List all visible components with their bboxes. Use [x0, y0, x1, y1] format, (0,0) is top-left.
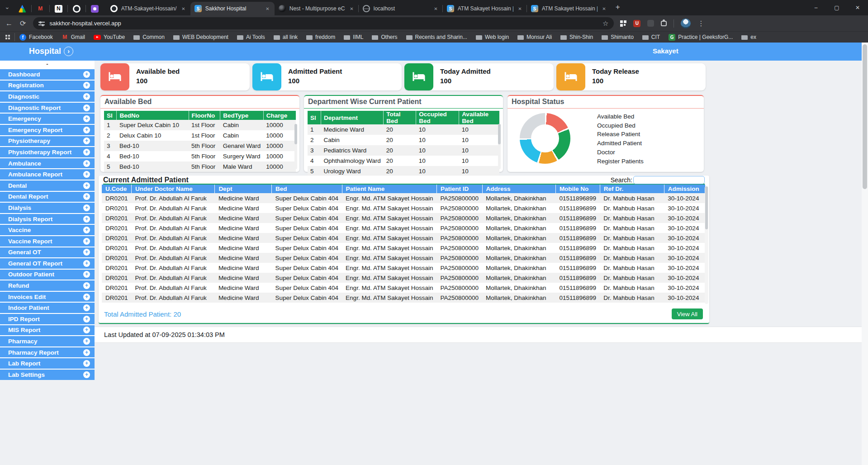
- table-row[interactable]: DR0201Prof. Dr. Abdullah Al FarukMedicin…: [102, 203, 706, 213]
- plus-circle-icon[interactable]: +: [83, 304, 90, 311]
- sidebar-item-registration[interactable]: Registration+: [0, 81, 95, 91]
- sidebar-item-ipd-report[interactable]: IPD Report+: [0, 314, 95, 324]
- plus-circle-icon[interactable]: +: [83, 371, 90, 378]
- plus-circle-icon[interactable]: +: [83, 93, 90, 100]
- plus-circle-icon[interactable]: +: [83, 294, 90, 300]
- bookmark-item[interactable]: freddom: [306, 34, 335, 40]
- sidebar-item-physiotherapy[interactable]: Physiotherapy+: [0, 136, 95, 147]
- tab-close-icon[interactable]: ✕: [517, 5, 522, 12]
- browser-tab[interactable]: ATM-Sakayet-Hossain/Hospital✕: [106, 2, 190, 15]
- sidebar-item-dental-report[interactable]: Dental Report+: [0, 192, 95, 202]
- sidebar-item-ambulance-report[interactable]: Ambulance Report+: [0, 169, 95, 180]
- browser-tab[interactable]: SSakkhor Hospital✕: [190, 2, 275, 15]
- scrollbar-thumb[interactable]: [863, 44, 867, 189]
- bookmark-item[interactable]: CIT: [642, 34, 660, 40]
- sidebar-item-ambulance[interactable]: Ambulance+: [0, 158, 95, 169]
- tab-close-icon[interactable]: ✕: [433, 5, 438, 12]
- column-header[interactable]: Department: [321, 111, 383, 124]
- column-header[interactable]: FloorNo: [189, 111, 220, 120]
- notion-icon[interactable]: N: [55, 5, 62, 13]
- sidebar-item-pharmacy-report[interactable]: Pharmacy Report+: [0, 347, 95, 358]
- sidebar-item-general-ot-report[interactable]: General OT Report+: [0, 258, 95, 269]
- sidebar-item-emergency-report[interactable]: Emergency Report+: [0, 125, 95, 135]
- column-header[interactable]: BedType: [220, 111, 264, 120]
- table-row[interactable]: 5Bed-105th FloorMale Ward10000: [104, 161, 296, 172]
- sidebar-item-dialysis-report[interactable]: Dialysis Report+: [0, 214, 95, 224]
- column-header[interactable]: Ref Dr.: [600, 185, 664, 193]
- maximize-button[interactable]: ▢: [826, 5, 847, 11]
- bookmark-item[interactable]: YouTube: [94, 34, 125, 40]
- plus-circle-icon[interactable]: +: [83, 238, 90, 245]
- table-row[interactable]: DR0201Prof. Dr. Abdullah Al FarukMedicin…: [102, 233, 706, 243]
- plus-circle-icon[interactable]: +: [83, 249, 90, 256]
- site-settings-icon[interactable]: [38, 21, 45, 26]
- column-header[interactable]: Address: [482, 185, 555, 193]
- plus-circle-icon[interactable]: +: [83, 316, 90, 323]
- plus-circle-icon[interactable]: +: [83, 216, 90, 223]
- back-icon[interactable]: ←: [5, 19, 13, 28]
- bookmark-item[interactable]: Web login: [476, 34, 509, 40]
- extensions-puzzle-icon[interactable]: [661, 21, 667, 26]
- plus-circle-icon[interactable]: +: [83, 271, 90, 278]
- close-window-button[interactable]: ✕: [847, 5, 868, 11]
- column-header[interactable]: Sl: [104, 111, 117, 120]
- column-header[interactable]: Mobile No: [555, 185, 600, 193]
- minimize-button[interactable]: –: [806, 5, 826, 11]
- tab-close-icon[interactable]: ✕: [349, 5, 354, 12]
- column-header[interactable]: Patient ID: [436, 185, 482, 193]
- table-row[interactable]: 1Super Delux Cabin 101st FloorCabin10000: [104, 120, 296, 130]
- table-row[interactable]: DR0201Prof. Dr. Abdullah Al FarukMedicin…: [102, 253, 706, 263]
- bookmark-item[interactable]: Monsur Ali: [517, 34, 552, 40]
- bookmark-item[interactable]: MGmail: [62, 34, 85, 41]
- table-scrollbar[interactable]: [705, 186, 708, 304]
- bookmark-item[interactable]: Others: [372, 34, 397, 40]
- ublock-extension-icon[interactable]: [633, 20, 640, 27]
- reload-icon[interactable]: ⟳: [20, 19, 26, 28]
- sidebar-item-dental[interactable]: Dental+: [0, 180, 95, 191]
- tab-search-chevron-icon[interactable]: ⌄: [5, 3, 10, 10]
- bookmark-item[interactable]: Recents and Sharin...: [406, 34, 467, 40]
- sidebar-item-lab-settings[interactable]: Lab Settings+: [0, 370, 95, 380]
- table-row[interactable]: DR0201Prof. Dr. Abdullah Al FarukMedicin…: [102, 293, 706, 303]
- plus-circle-icon[interactable]: +: [83, 360, 90, 367]
- column-header[interactable]: Under Doctor Name: [132, 185, 215, 193]
- apps-grid-icon[interactable]: [5, 35, 10, 39]
- tab-close-icon[interactable]: ✕: [601, 5, 607, 12]
- sidebar-item-mis-report[interactable]: MIS Report+: [0, 325, 95, 336]
- bookmark-item[interactable]: Shin-Shin: [560, 34, 593, 40]
- table-row[interactable]: 4Bed-105th FloorSurgery Ward10000: [104, 151, 296, 161]
- bookmark-item[interactable]: WEB Debolopment: [173, 34, 228, 40]
- view-all-button[interactable]: View All: [672, 308, 703, 319]
- address-bar[interactable]: sakkhor-hospital.vercel.app ☆: [33, 17, 614, 29]
- qr-extension-icon[interactable]: [620, 20, 626, 27]
- sidebar-item-invoices-edit[interactable]: Invoices Edit+: [0, 292, 95, 302]
- plus-circle-icon[interactable]: +: [83, 193, 90, 200]
- table-row[interactable]: DR0201Prof. Dr. Abdullah Al FarukMedicin…: [102, 223, 706, 233]
- bookmark-item[interactable]: all link: [274, 34, 298, 40]
- table-row[interactable]: DR0201Prof. Dr. Abdullah Al FarukMedicin…: [102, 273, 706, 283]
- browser-tab[interactable]: Nest - Multipurpose eCommerce✕: [275, 2, 359, 15]
- bookmark-item[interactable]: IIML: [344, 34, 363, 40]
- column-header[interactable]: Dept: [215, 185, 272, 193]
- table-row[interactable]: 2Cabin201010: [308, 135, 499, 145]
- search-input[interactable]: [633, 176, 705, 184]
- sidebar-item-lab-report[interactable]: Lab Report+: [0, 358, 95, 369]
- sidebar-item-dashboard[interactable]: Dashboard+: [0, 69, 95, 80]
- column-header[interactable]: U.Code: [102, 185, 132, 193]
- sidebar-item-diagnostic-report[interactable]: Diagnostic Report+: [0, 103, 95, 113]
- browser-tab[interactable]: SATM Sakayet Hossain | Front-End✕: [443, 2, 527, 15]
- sidebar-item-vaccine[interactable]: Vaccine+: [0, 225, 95, 235]
- table-row[interactable]: 1Medicine Ward201010: [308, 124, 499, 135]
- bookmark-item[interactable]: Common: [133, 34, 165, 40]
- sidebar-item-dialysis[interactable]: Dialysis+: [0, 203, 95, 213]
- column-header[interactable]: Occupied Bed: [416, 111, 459, 124]
- table-row[interactable]: 2Delux Cabin 101st FloorCabin10000: [104, 130, 296, 141]
- profile-avatar[interactable]: [681, 19, 691, 28]
- new-tab-button[interactable]: +: [616, 3, 620, 12]
- user-name[interactable]: Sakayet: [653, 47, 678, 55]
- gmail-icon[interactable]: M: [37, 5, 44, 13]
- table-row[interactable]: DR0201Prof. Dr. Abdullah Al FarukMedicin…: [102, 283, 706, 293]
- plus-circle-icon[interactable]: +: [83, 327, 90, 333]
- browser-tab[interactable]: SATM Sakayet Hossain | Front-End✕: [527, 2, 611, 15]
- bookmark-star-icon[interactable]: ☆: [602, 19, 608, 28]
